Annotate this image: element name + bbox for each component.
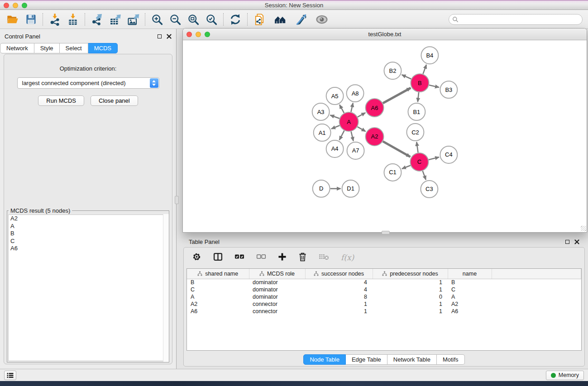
tab-edge-table[interactable]: Edge Table xyxy=(346,354,387,365)
search-input[interactable] xyxy=(449,14,583,25)
edge-B-B3[interactable] xyxy=(429,85,439,87)
tab-select[interactable]: Select xyxy=(60,43,88,53)
table-row[interactable]: A6connector11A6 xyxy=(187,308,581,315)
node-label-B3: B3 xyxy=(445,86,452,93)
tab-motifs[interactable]: Motifs xyxy=(437,354,465,365)
table-row[interactable]: Bdominator41B xyxy=(187,279,581,286)
function-builder-icon[interactable]: f(x) xyxy=(341,253,354,262)
show-graphics-details-icon[interactable] xyxy=(315,12,329,27)
mcds-result-item[interactable]: C xyxy=(9,238,167,245)
edge-A6-B[interactable] xyxy=(383,88,411,103)
zoom-selected-icon[interactable] xyxy=(204,12,219,27)
deselect-all-checkboxes-icon[interactable] xyxy=(256,253,266,262)
column-header-name[interactable]: name xyxy=(448,269,492,279)
tab-mcds[interactable]: MCDS xyxy=(88,43,118,53)
network-canvas[interactable]: B4B2BB3B1A5A8A3A6AA1A2C2A4A7C4CC1C3DD1 xyxy=(183,40,587,232)
open-file-icon[interactable] xyxy=(5,12,20,27)
delete-row-icon[interactable] xyxy=(298,252,307,263)
select-all-checkboxes-icon[interactable] xyxy=(234,253,244,262)
mcds-result-item[interactable]: A xyxy=(9,223,167,230)
memory-label: Memory xyxy=(559,372,579,378)
node-label-C2: C2 xyxy=(411,129,419,136)
column-layout-icon[interactable] xyxy=(213,252,223,263)
edge-C-C4[interactable] xyxy=(429,157,439,160)
select-stepper-icon xyxy=(150,78,158,88)
network-graph[interactable]: B4B2BB3B1A5A8A3A6AA1A2C2A4A7C4CC1C3DD1 xyxy=(183,40,587,232)
float-panel-icon[interactable] xyxy=(158,34,162,38)
edge-B-B1[interactable] xyxy=(418,92,419,102)
zoom-out-icon[interactable] xyxy=(168,12,182,27)
export-image-icon[interactable] xyxy=(126,12,140,27)
mcds-result-box: MCDS result (5 nodes) A2ABCA6 xyxy=(7,207,169,362)
network-view-window: testGlobe.txt B4B2BB3B1A5A8A3A6AA1A2C2A4… xyxy=(182,28,587,233)
edge-A-A3[interactable] xyxy=(330,115,339,118)
table-body: Bdominator41BCdominator41CAdominator80AA… xyxy=(187,279,581,315)
edge-C-C1[interactable] xyxy=(402,166,411,169)
edge-A-A8[interactable] xyxy=(351,103,353,112)
edge-A-A7[interactable] xyxy=(351,131,354,141)
search-box xyxy=(449,14,583,25)
zoom-in-icon[interactable] xyxy=(150,12,164,27)
scrollbar-track[interactable] xyxy=(163,214,169,362)
column-header-successor-nodes[interactable]: successor nodes xyxy=(305,269,373,279)
edge-A-A6[interactable] xyxy=(358,113,365,117)
network-from-selection-icon[interactable] xyxy=(252,12,267,27)
table-panel-title: Table Panel xyxy=(189,238,220,245)
delete-table-icon[interactable] xyxy=(319,253,329,262)
export-network-icon[interactable] xyxy=(90,12,104,27)
edge-A-A4[interactable] xyxy=(339,131,344,140)
settings-gear-icon[interactable] xyxy=(192,252,201,263)
edge-B-B4[interactable] xyxy=(423,65,426,74)
network-window-titlebar[interactable]: testGlobe.txt xyxy=(183,29,587,40)
tab-network-table[interactable]: Network Table xyxy=(387,354,437,365)
close-panel-icon[interactable] xyxy=(574,239,579,244)
close-panel-button[interactable]: Close panel xyxy=(91,95,138,106)
node-label-A: A xyxy=(347,119,351,125)
zoom-fit-icon[interactable] xyxy=(186,12,201,27)
save-session-icon[interactable] xyxy=(24,12,38,27)
hide-annotations-icon[interactable] xyxy=(294,12,308,27)
tab-network[interactable]: Network xyxy=(0,43,34,53)
mcds-result-item[interactable]: B xyxy=(9,230,167,238)
edge-B-B2[interactable] xyxy=(402,75,411,79)
vertical-split-handle[interactable] xyxy=(175,196,179,204)
node-label-A2: A2 xyxy=(371,133,378,140)
tab-node-table[interactable]: Node Table xyxy=(303,354,346,365)
mcds-result-list: A2ABCA6 xyxy=(8,214,168,361)
refresh-layout-icon[interactable] xyxy=(228,12,243,27)
table-panel-body: f(x) shared nameMCDS rolesuccessor nodes… xyxy=(183,247,585,367)
add-row-icon[interactable] xyxy=(278,253,287,263)
close-panel-icon[interactable] xyxy=(167,34,172,39)
float-panel-icon[interactable] xyxy=(565,240,569,244)
edge-C-C3[interactable] xyxy=(423,171,426,180)
main-toolbar xyxy=(0,10,588,29)
memory-button[interactable]: Memory xyxy=(546,371,584,380)
edge-A-A1[interactable] xyxy=(331,125,339,129)
import-table-icon[interactable] xyxy=(66,12,80,27)
table-row[interactable]: Cdominator41C xyxy=(187,286,581,293)
optimization-criterion-select[interactable]: largest connected component (directed) xyxy=(17,77,159,89)
edge-A-A2[interactable] xyxy=(358,127,366,131)
mcds-result-item[interactable]: A6 xyxy=(9,245,167,253)
tab-style[interactable]: Style xyxy=(34,43,60,53)
node-label-A4: A4 xyxy=(331,145,339,152)
open-session-home-icon[interactable] xyxy=(273,12,287,27)
column-header-shared-name[interactable]: shared name xyxy=(187,269,249,279)
export-table-icon[interactable] xyxy=(108,12,122,27)
window-resize-handle[interactable] xyxy=(581,226,586,231)
node-table: shared nameMCDS rolesuccessor nodesprede… xyxy=(186,268,582,351)
column-header-predecessor-nodes[interactable]: predecessor nodes xyxy=(373,269,448,279)
run-mcds-button[interactable]: Run MCDS xyxy=(38,95,84,106)
table-row[interactable]: Adominator80A xyxy=(187,293,581,300)
session-title: Session: New Session xyxy=(0,2,588,9)
horizontal-split-handle[interactable] xyxy=(382,231,390,234)
column-header-mcds-role[interactable]: MCDS role xyxy=(249,269,305,279)
mcds-result-item[interactable]: A2 xyxy=(9,215,167,223)
edge-A2-C[interactable] xyxy=(383,141,411,157)
edge-C-C2[interactable] xyxy=(416,142,418,152)
task-history-button[interactable] xyxy=(4,371,16,380)
table-panel: Table Panel xyxy=(183,236,585,367)
edge-A-A5[interactable] xyxy=(339,105,344,113)
import-network-icon[interactable] xyxy=(48,12,62,27)
table-row[interactable]: A2connector11A2 xyxy=(187,300,581,308)
